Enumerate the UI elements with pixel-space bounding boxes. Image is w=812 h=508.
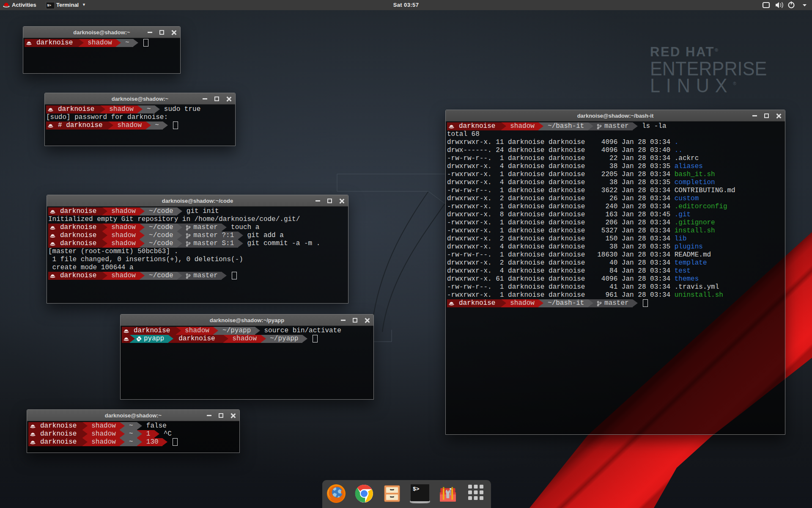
svg-text:$>: $>	[413, 486, 420, 492]
